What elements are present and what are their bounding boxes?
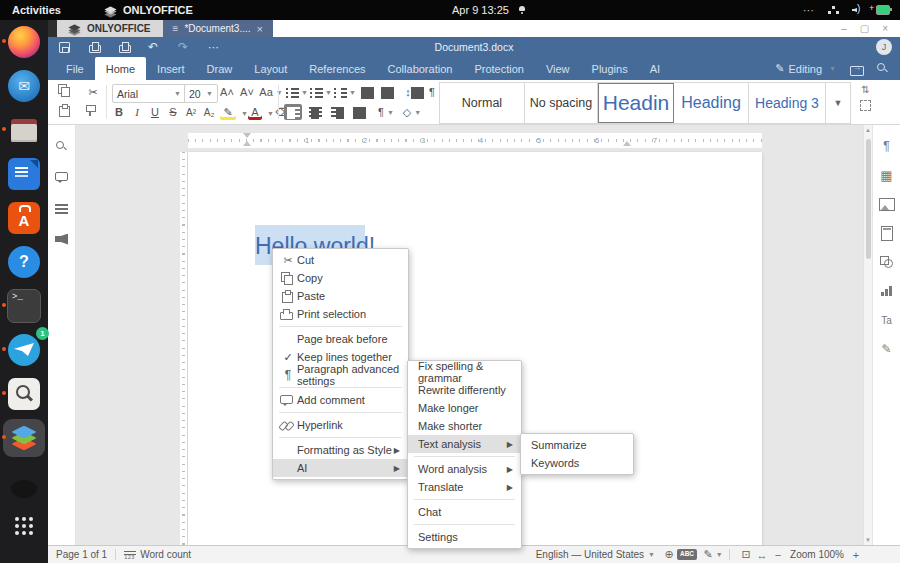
menu-item-keywords[interactable]: Keywords xyxy=(521,454,633,472)
styles-more-button[interactable]: ▼ xyxy=(826,83,850,123)
language-select[interactable]: English — United States xyxy=(536,549,644,560)
dock-item-onlyoffice[interactable] xyxy=(3,419,45,457)
first-line-indent-marker[interactable] xyxy=(243,133,251,138)
menu-item-cut[interactable]: Cut xyxy=(273,251,408,269)
select-all-icon[interactable] xyxy=(860,100,871,111)
zoom-out-button[interactable]: − xyxy=(770,549,786,561)
dock-item-thunderbird[interactable] xyxy=(3,67,45,105)
word-count-button[interactable]: Word count xyxy=(140,549,191,560)
ribbon-tab-references[interactable]: References xyxy=(298,57,376,80)
scroll-up-icon[interactable]: ▲ xyxy=(865,127,871,133)
replace-style-icon[interactable]: ⇅ xyxy=(861,84,869,95)
format-painter-button[interactable] xyxy=(84,104,102,120)
subscript-button[interactable]: A₂ xyxy=(200,104,218,120)
change-case-button[interactable]: Aa▼ xyxy=(258,84,284,100)
set-language-globe-button[interactable]: ⊕ xyxy=(661,548,677,561)
dock-item-terminal[interactable] xyxy=(3,287,45,325)
font-color-button[interactable]: A xyxy=(248,104,262,120)
ribbon-tab-plugins[interactable]: Plugins xyxy=(581,57,639,80)
nonprinting-chars-button[interactable]: ¶▼ xyxy=(374,104,398,120)
style-chip-heading-3[interactable]: Heading 3 xyxy=(749,83,826,123)
menu-item-print-selection[interactable]: Print selection xyxy=(273,305,408,323)
italic-button[interactable]: I xyxy=(128,104,146,120)
dock-item-camera[interactable] xyxy=(3,463,45,501)
menu-item-paste[interactable]: Paste xyxy=(273,287,408,305)
superscript-button[interactable]: A² xyxy=(182,104,200,120)
multilevel-list-button[interactable]: ▼ xyxy=(334,84,356,100)
chevron-down-icon[interactable]: ▼ xyxy=(241,110,248,117)
menu-item-chat[interactable]: Chat xyxy=(408,503,521,521)
comments-panel-button[interactable] xyxy=(54,170,70,184)
app-menu-button[interactable]: ONLYOFFICE xyxy=(105,4,193,16)
menu-item-add-comment[interactable]: Add comment xyxy=(273,391,408,409)
menu-item-paragraph-advanced-settings[interactable]: Paragraph advanced settings xyxy=(273,366,408,384)
line-spacing-button[interactable]: ↕ xyxy=(400,84,424,100)
clock-menu[interactable]: Apr 9 13:25 xyxy=(452,4,526,16)
paragraph-settings-button[interactable]: ¶ xyxy=(879,139,895,153)
menu-item-summarize[interactable]: Summarize xyxy=(521,436,633,454)
save-button[interactable] xyxy=(58,41,71,53)
decrease-font-button[interactable]: A˅ xyxy=(238,84,256,100)
open-file-location-button[interactable] xyxy=(850,64,863,74)
undo-button[interactable]: ↶ xyxy=(148,41,161,53)
ribbon-tab-view[interactable]: View xyxy=(535,57,581,80)
align-center-button[interactable] xyxy=(306,104,324,120)
menu-item-word-analysis[interactable]: Word analysis▶ xyxy=(408,460,521,478)
menu-item-hyperlink[interactable]: Hyperlink xyxy=(273,416,408,434)
tab-document3[interactable]: ≡ *Document3.... × xyxy=(163,20,273,37)
spellcheck-button[interactable]: ABC xyxy=(677,549,697,560)
align-justify-button[interactable] xyxy=(350,104,368,120)
ribbon-tab-layout[interactable]: Layout xyxy=(243,57,298,80)
align-left-button[interactable] xyxy=(284,104,302,120)
menu-item-make-longer[interactable]: Make longer xyxy=(408,399,521,417)
search-button[interactable] xyxy=(877,63,888,74)
system-tray[interactable]: ⋯ xyxy=(803,4,890,17)
tab-close-icon[interactable]: × xyxy=(257,23,263,35)
increase-font-button[interactable]: A˄ xyxy=(218,84,236,100)
font-size-select[interactable]: 20▼ xyxy=(184,84,218,103)
redo-button[interactable]: ↷ xyxy=(178,41,191,53)
menu-item-ai[interactable]: AI▶ xyxy=(273,459,408,477)
decrease-indent-button[interactable] xyxy=(358,84,376,100)
dock-item-help[interactable] xyxy=(3,243,45,281)
copy-button[interactable] xyxy=(56,84,74,100)
navigation-panel-button[interactable] xyxy=(54,201,70,215)
increase-indent-button[interactable] xyxy=(378,84,396,100)
strikethrough-button[interactable]: S xyxy=(164,104,182,120)
header-footer-settings-button[interactable] xyxy=(879,226,895,240)
ribbon-tab-collaboration[interactable]: Collaboration xyxy=(377,57,464,80)
menu-item-fix-spelling-grammar[interactable]: Fix spelling & grammar xyxy=(408,363,521,381)
table-settings-button[interactable]: ▦ xyxy=(879,168,895,182)
style-chip-headin[interactable]: Headin xyxy=(598,83,674,123)
search-panel-button[interactable] xyxy=(54,139,70,153)
menu-item-rewrite-differently[interactable]: Rewrite differently xyxy=(408,381,521,399)
feedback-button[interactable] xyxy=(54,232,70,246)
menu-item-make-shorter[interactable]: Make shorter xyxy=(408,417,521,435)
numbered-list-button[interactable]: ▼ xyxy=(310,84,332,100)
style-chip-heading[interactable]: Heading xyxy=(674,83,749,123)
align-right-button[interactable] xyxy=(328,104,346,120)
chevron-down-icon[interactable]: ▼ xyxy=(267,110,274,117)
textart-settings-button[interactable]: Ta xyxy=(879,313,895,327)
chart-settings-button[interactable] xyxy=(879,284,895,298)
menu-item-formatting-as-style[interactable]: Formatting as Style▶ xyxy=(273,441,408,459)
menu-item-text-analysis[interactable]: Text analysis▶ xyxy=(408,435,521,453)
quick-print-button[interactable] xyxy=(118,41,131,53)
highlight-color-button[interactable]: ✎ xyxy=(220,104,236,120)
bullet-list-button[interactable]: ▼ xyxy=(286,84,308,100)
ribbon-tab-protection[interactable]: Protection xyxy=(463,57,535,80)
dock-item-telegram[interactable]: 1 xyxy=(3,331,45,369)
cut-button[interactable]: ✂ xyxy=(84,84,102,100)
editing-mode-dropdown[interactable]: ✎ Editing ▼ xyxy=(775,62,836,75)
vertical-ruler[interactable] xyxy=(180,152,187,545)
tray-more-icon[interactable]: ⋯ xyxy=(803,4,815,17)
horizontal-ruler[interactable]: 1234567 xyxy=(188,133,762,148)
shading-button[interactable]: ◇▼ xyxy=(400,104,424,120)
right-indent-marker[interactable] xyxy=(623,141,631,146)
font-name-select[interactable]: Arial▼ xyxy=(112,84,186,103)
style-chip-normal[interactable]: Normal xyxy=(440,83,525,123)
dock-item-screenshot[interactable] xyxy=(3,375,45,413)
scrollbar-thumb[interactable] xyxy=(866,139,871,259)
user-avatar[interactable]: J xyxy=(876,39,892,55)
dock-item-app-grid[interactable] xyxy=(3,507,45,545)
